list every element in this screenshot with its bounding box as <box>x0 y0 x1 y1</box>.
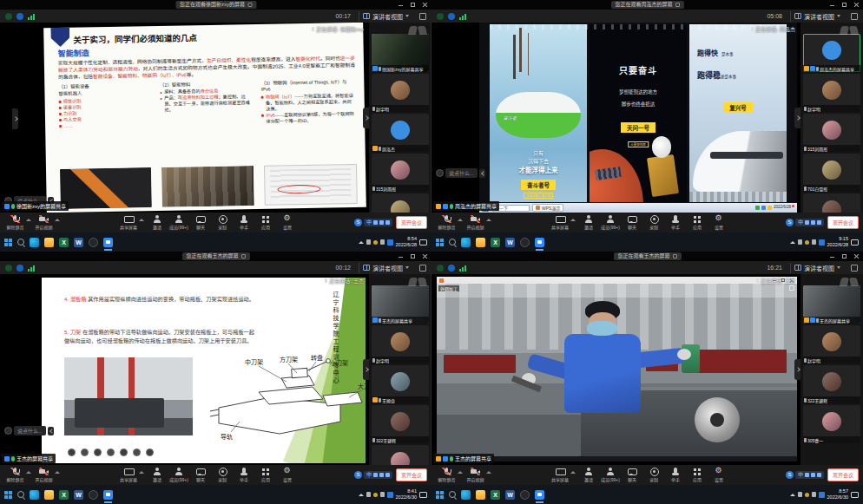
participant-tile[interactable]: 赵宇明 <box>372 74 429 112</box>
taskbar-clock[interactable]: 8:412022/6/30 <box>396 488 417 500</box>
leave-meeting-button[interactable]: 离开会议 <box>827 216 859 229</box>
raise-hand-button[interactable]: 举手 <box>664 213 686 232</box>
ime-mode-indicator[interactable]: 中 <box>798 472 803 478</box>
minimize-button[interactable] <box>398 253 404 259</box>
participant-tile[interactable]: 赵宇明 <box>803 74 860 112</box>
file-explorer-icon[interactable] <box>476 490 485 500</box>
maximize-button[interactable] <box>841 2 847 8</box>
members-button[interactable]: 成员(99+) <box>168 213 189 232</box>
tray-mic-icon[interactable] <box>366 492 371 497</box>
edge-icon[interactable] <box>30 238 39 247</box>
tray-volume-icon[interactable] <box>380 239 385 245</box>
raise-hand-button[interactable]: 举手 <box>233 465 254 485</box>
participant-tile[interactable]: 305曹一 <box>803 405 860 443</box>
participant-tile[interactable]: 王顺良 <box>372 365 429 403</box>
chat-button[interactable]: 聊天 <box>621 213 642 232</box>
collapse-chat-icon[interactable] <box>48 427 54 435</box>
mic-options-caret[interactable] <box>26 471 31 474</box>
leave-meeting-button[interactable]: 离开会议 <box>396 216 427 229</box>
apps-button[interactable]: 应用 <box>686 465 708 485</box>
taskbar-clock[interactable]: 9:152022/6/28 <box>827 236 848 247</box>
maximize-button[interactable] <box>410 253 416 259</box>
app-icon[interactable] <box>520 238 530 247</box>
edge-icon[interactable] <box>461 238 471 247</box>
chat-button[interactable]: 聊天 <box>189 213 211 232</box>
inner-wps-task[interactable]: WPS演示 <box>532 204 563 212</box>
minimize-button[interactable] <box>829 2 835 8</box>
banner-icon[interactable] <box>675 3 680 7</box>
pen-icon[interactable] <box>94 448 102 456</box>
participant-tile[interactable]: 305曹一 <box>372 445 429 465</box>
shape-tool-icon[interactable] <box>120 448 128 456</box>
settings-button[interactable]: 设置 <box>708 213 729 232</box>
ime-mode-indicator[interactable]: 中 <box>366 219 372 226</box>
participant-tile[interactable]: 王杰的屏幕共享 <box>803 285 860 324</box>
share-options-caret[interactable] <box>570 219 576 221</box>
taskbar-search-icon[interactable] <box>449 239 456 245</box>
mic-options-caret[interactable] <box>458 219 463 221</box>
participant-tile[interactable]: 322王建辉 <box>372 405 429 443</box>
chat-quick-input[interactable]: 说点什么... <box>4 426 54 435</box>
video-fullscreen-icon[interactable] <box>789 285 794 291</box>
record-button[interactable]: 录制 <box>642 465 664 485</box>
meeting-info-icon[interactable] <box>16 265 23 272</box>
tray-expand-icon[interactable] <box>790 241 795 244</box>
close-button[interactable] <box>853 2 860 8</box>
action-center-icon[interactable] <box>419 492 427 498</box>
participant-tile[interactable]: 赵宇明 <box>372 325 429 363</box>
start-button[interactable] <box>4 239 12 246</box>
participant-tile[interactable]: 赵宇明 <box>803 325 860 363</box>
tray-meeting-icon[interactable] <box>387 492 393 498</box>
fullscreen-icon[interactable] <box>419 265 426 272</box>
laser-pointer-icon[interactable] <box>68 448 76 456</box>
participant-tile[interactable]: 泓杰周泓杰的屏幕共享 <box>803 34 860 72</box>
file-explorer-icon[interactable] <box>44 490 54 500</box>
start-button[interactable] <box>4 491 12 499</box>
invite-button[interactable]: 邀请 <box>146 213 168 232</box>
security-icon[interactable] <box>5 13 12 20</box>
meeting-info-icon[interactable] <box>448 265 455 272</box>
tray-meeting-icon[interactable] <box>819 239 825 245</box>
record-button[interactable]: 录制 <box>642 213 664 232</box>
action-center-icon[interactable] <box>419 239 427 245</box>
sidebar-collapse-handle[interactable] <box>794 359 800 380</box>
ime-bar[interactable]: 中 <box>354 471 392 479</box>
unmute-button[interactable]: 解除静音 <box>436 213 458 232</box>
maximize-button[interactable] <box>410 2 416 8</box>
file-explorer-icon[interactable] <box>476 238 485 247</box>
start-video-button[interactable]: 开启视频 <box>464 465 486 485</box>
participant-tile[interactable]: 315刘雨彤 <box>803 114 860 152</box>
invite-button[interactable]: 邀请 <box>577 465 599 485</box>
app-icon[interactable] <box>89 238 98 247</box>
app-icon[interactable] <box>520 490 530 500</box>
tray-mic-icon[interactable] <box>798 492 802 497</box>
raise-hand-button[interactable]: 举手 <box>664 465 686 485</box>
emoji-icon[interactable] <box>436 169 444 177</box>
view-mode-button[interactable]: 演讲者视图 <box>790 263 844 273</box>
emoji-icon[interactable] <box>4 427 12 435</box>
unmute-button[interactable]: 解除静音 <box>4 465 26 485</box>
collapse-chat-icon[interactable] <box>479 169 485 178</box>
word-icon[interactable] <box>505 238 515 247</box>
taskbar-clock[interactable]: 8:542022/6/28 <box>396 236 417 247</box>
banner-icon[interactable] <box>247 3 252 7</box>
chat-button[interactable]: 聊天 <box>189 465 211 485</box>
fullscreen-icon[interactable] <box>419 13 426 20</box>
participant-tile[interactable]: 318 马美丽 <box>803 193 860 213</box>
unmute-button[interactable]: 解除静音 <box>436 465 458 485</box>
start-button[interactable] <box>436 239 444 246</box>
lathe-video-frame[interactable]: 外圆加工 <box>437 284 797 456</box>
settings-button[interactable]: 设置 <box>276 465 298 485</box>
participant-tile[interactable]: 322王建辉 <box>803 365 860 403</box>
tray-expand-icon[interactable] <box>359 494 364 496</box>
apps-button[interactable]: 应用 <box>254 213 276 232</box>
word-icon[interactable] <box>74 490 83 500</box>
more-tools-icon[interactable] <box>146 448 154 456</box>
tencent-meeting-icon[interactable] <box>535 238 544 247</box>
action-center-icon[interactable] <box>851 492 859 498</box>
app-icon[interactable] <box>89 490 98 500</box>
invite-button[interactable]: 邀请 <box>146 465 168 485</box>
fullscreen-icon[interactable] <box>851 13 858 20</box>
start-video-button[interactable]: 开启视频 <box>33 213 55 232</box>
tray-mic-icon[interactable] <box>798 239 802 245</box>
